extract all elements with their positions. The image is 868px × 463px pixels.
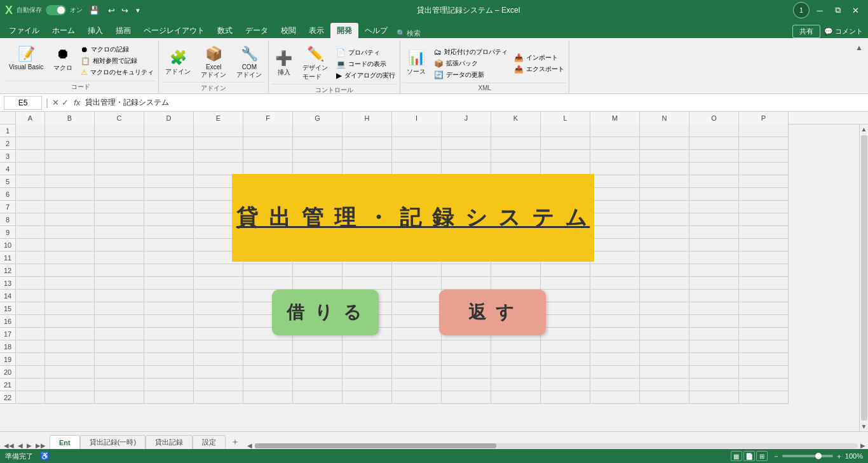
cell-G1[interactable] xyxy=(293,124,342,137)
cell-D17[interactable] xyxy=(144,328,194,340)
cell-F12[interactable] xyxy=(243,264,293,277)
cell-L17[interactable] xyxy=(541,328,590,340)
cell-B21[interactable] xyxy=(45,379,95,391)
scroll-down-button[interactable]: ▼ xyxy=(860,422,868,431)
return-button[interactable]: 返 す xyxy=(439,290,546,335)
cell-G21[interactable] xyxy=(293,379,342,391)
cell-K3[interactable] xyxy=(491,150,541,163)
cell-A3[interactable] xyxy=(16,150,45,163)
sheet-tab-lend[interactable]: 貸出記録 xyxy=(146,435,193,449)
cell-C6[interactable] xyxy=(95,188,144,201)
save-button[interactable]: 💾 xyxy=(86,4,102,17)
cell-H22[interactable] xyxy=(342,391,392,404)
cell-E2[interactable] xyxy=(194,137,243,150)
cell-I19[interactable] xyxy=(392,353,442,366)
share-button[interactable]: 共有 xyxy=(792,25,820,38)
cell-O19[interactable] xyxy=(689,353,739,366)
tab-file[interactable]: ファイル xyxy=(3,23,46,38)
cell-O13[interactable] xyxy=(689,277,739,290)
properties-button[interactable]: 📄 プロパティ xyxy=(334,48,397,58)
cell-B7[interactable] xyxy=(45,201,95,213)
zoom-slider[interactable] xyxy=(782,455,833,457)
cell-P13[interactable] xyxy=(739,277,789,290)
cell-C9[interactable] xyxy=(95,226,144,239)
cell-N2[interactable] xyxy=(640,137,689,150)
sheet-nav-first[interactable]: ◀◀ xyxy=(3,442,15,449)
cell-I20[interactable] xyxy=(392,366,442,379)
col-O[interactable]: O xyxy=(689,112,739,124)
cell-C5[interactable] xyxy=(95,175,144,188)
redo-button[interactable]: ↪ xyxy=(119,4,131,17)
design-mode-button[interactable]: ✏️ デザインモード xyxy=(299,43,332,84)
cell-D4[interactable] xyxy=(144,163,194,175)
cell-N10[interactable] xyxy=(640,239,689,252)
cell-A8[interactable] xyxy=(16,213,45,226)
cell-A2[interactable] xyxy=(16,137,45,150)
cell-B8[interactable] xyxy=(45,213,95,226)
vertical-scrollbar[interactable]: ▲ ▼ xyxy=(859,124,868,431)
cell-O9[interactable] xyxy=(689,226,739,239)
cell-O21[interactable] xyxy=(689,379,739,391)
cell-A6[interactable] xyxy=(16,188,45,201)
cell-M3[interactable] xyxy=(590,150,640,163)
cell-P1[interactable] xyxy=(739,124,789,137)
cell-L12[interactable] xyxy=(541,264,590,277)
cell-I16[interactable] xyxy=(392,315,442,328)
cell-O6[interactable] xyxy=(689,188,739,201)
comment-button[interactable]: 💬 コメント xyxy=(824,27,863,36)
cell-P21[interactable] xyxy=(739,379,789,391)
cell-K13[interactable] xyxy=(491,277,541,290)
cell-D2[interactable] xyxy=(144,137,194,150)
cell-G22[interactable] xyxy=(293,391,342,404)
customize-button[interactable]: ▼ xyxy=(132,6,144,15)
cell-J3[interactable] xyxy=(442,150,491,163)
tab-view[interactable]: 表示 xyxy=(302,23,330,38)
cell-O8[interactable] xyxy=(689,213,739,226)
cell-H3[interactable] xyxy=(342,150,392,163)
cell-N6[interactable] xyxy=(640,188,689,201)
addin-button[interactable]: 🧩 アドイン xyxy=(161,47,194,79)
cell-M11[interactable] xyxy=(590,252,640,264)
macro-button[interactable]: ⏺ マクロ xyxy=(50,43,76,75)
cell-H4[interactable] xyxy=(342,163,392,175)
cell-P18[interactable] xyxy=(739,340,789,353)
horizontal-scrollbar[interactable]: ◀ ▶ xyxy=(245,442,868,449)
cell-A4[interactable] xyxy=(16,163,45,175)
cell-C13[interactable] xyxy=(95,277,144,290)
cell-N16[interactable] xyxy=(640,315,689,328)
cell-D3[interactable] xyxy=(144,150,194,163)
relative-ref-button[interactable]: 📋 相対参照で記録 xyxy=(79,56,156,66)
cell-J13[interactable] xyxy=(442,277,491,290)
cell-B2[interactable] xyxy=(45,137,95,150)
cell-O17[interactable] xyxy=(689,328,739,340)
cell-O12[interactable] xyxy=(689,264,739,277)
borrow-button[interactable]: 借 り る xyxy=(272,290,379,335)
com-addin-button[interactable]: 🔧 COMアドイン xyxy=(233,43,266,82)
cell-A11[interactable] xyxy=(16,252,45,264)
cell-D11[interactable] xyxy=(144,252,194,264)
cell-F13[interactable] xyxy=(243,277,293,290)
cell-F2[interactable] xyxy=(243,137,293,150)
cell-J21[interactable] xyxy=(442,379,491,391)
import-button[interactable]: 📥 インポート xyxy=(512,53,566,63)
collapse-icon[interactable]: ▲ xyxy=(855,43,863,52)
cell-I17[interactable] xyxy=(392,328,442,340)
col-M[interactable]: M xyxy=(590,112,640,124)
cell-C17[interactable] xyxy=(95,328,144,340)
run-dialog-button[interactable]: ▶ ダイアログの実行 xyxy=(334,70,397,81)
cell-D6[interactable] xyxy=(144,188,194,201)
cell-reference[interactable]: E5 xyxy=(4,96,42,110)
cell-E20[interactable] xyxy=(194,366,243,379)
cell-I4[interactable] xyxy=(392,163,442,175)
cell-B16[interactable] xyxy=(45,315,95,328)
cell-H20[interactable] xyxy=(342,366,392,379)
cell-P3[interactable] xyxy=(739,150,789,163)
cell-F19[interactable] xyxy=(243,353,293,366)
cell-P9[interactable] xyxy=(739,226,789,239)
cell-A9[interactable] xyxy=(16,226,45,239)
cell-P17[interactable] xyxy=(739,328,789,340)
cell-I13[interactable] xyxy=(392,277,442,290)
cell-M5[interactable] xyxy=(590,175,640,188)
record-macro-button[interactable]: ⏺ マクロの記録 xyxy=(79,44,156,55)
cell-C11[interactable] xyxy=(95,252,144,264)
